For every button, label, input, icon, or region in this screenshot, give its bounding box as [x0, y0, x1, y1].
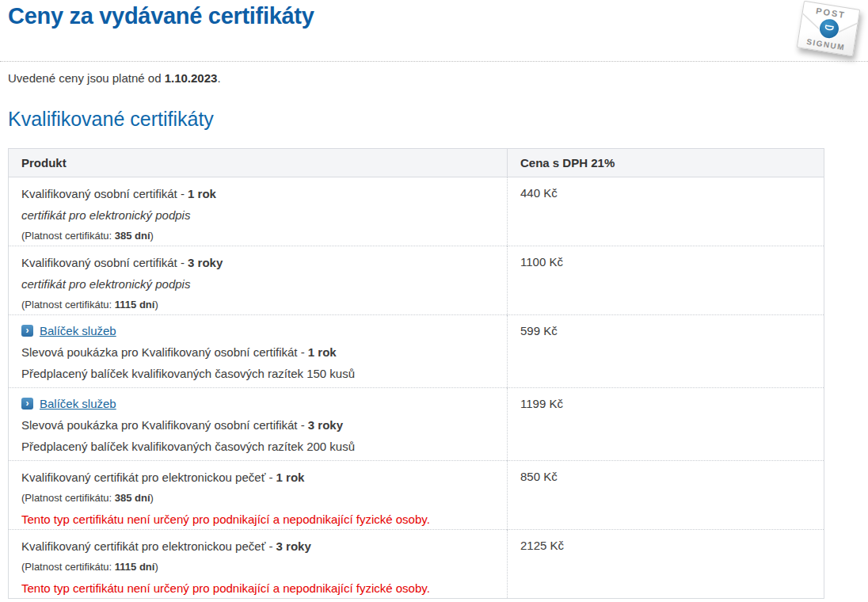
product-name-text: Kvalifikovaný certifikát pro elektronick… [21, 539, 276, 553]
table-row: Kvalifikovaný certifikát pro elektronick… [9, 461, 824, 530]
product-name: Kvalifikovaný certifikát pro elektronick… [21, 539, 494, 554]
validity-prefix: (Platnost certifikátu: [21, 230, 115, 242]
product-cell: Kvalifikovaný osobní certifikát - 3 roky… [9, 246, 508, 315]
product-cell: Kvalifikovaný osobní certifikát - 1 rok … [9, 177, 508, 246]
restriction-note: Tento typ certifikátu není určený pro po… [21, 581, 494, 596]
validity-days: 385 dní [115, 492, 150, 504]
product-desc1: Slevová poukázka pro Kvalifikovaný osobn… [21, 417, 494, 432]
product-desc1: Slevová poukázka pro Kvalifikovaný osobn… [21, 345, 494, 360]
product-duration: 3 roky [276, 539, 311, 553]
page: Ceny za vydávané certifikáty POST SIGNUM… [0, 0, 868, 602]
validity-days: 385 dní [115, 230, 150, 242]
product-cell: Kvalifikovaný certifikát pro elektronick… [9, 530, 508, 599]
page-title: Ceny za vydávané certifikáty [8, 3, 314, 29]
product-desc2: Předplacený balíček kvalifikovaných časo… [21, 439, 494, 454]
desc1-text: Slevová poukázka pro Kvalifikovaný osobn… [21, 345, 308, 359]
package-link[interactable]: Balíček služeb [40, 324, 116, 337]
product-duration: 1 rok [308, 345, 337, 359]
restriction-note: Tento typ certifikátu není určený pro po… [21, 512, 494, 527]
validity-prefix: (Platnost certifikátu: [21, 561, 115, 573]
intro-prefix: Uvedené ceny jsou platné od [8, 71, 165, 85]
validity-prefix: (Platnost certifikátu: [21, 299, 115, 311]
product-cell: › Balíček služeb Slevová poukázka pro Kv… [9, 388, 508, 461]
product-duration: 3 roky [308, 418, 343, 432]
package-link-line: › Balíček služeb [21, 324, 494, 337]
product-validity: (Platnost certifikátu: 385 dní) [21, 229, 494, 242]
validity-prefix: (Platnost certifikátu: [21, 492, 115, 504]
product-duration: 1 rok [276, 471, 305, 484]
table-row: › Balíček služeb Slevová poukázka pro Kv… [9, 315, 824, 388]
table-row: › Balíček služeb Slevová poukázka pro Kv… [9, 388, 824, 461]
product-name: Kvalifikovaný certifikát pro elektronick… [21, 470, 494, 485]
product-name: Kvalifikovaný osobní certifikát - 3 roky [21, 255, 494, 270]
validity-suffix: ) [150, 230, 154, 242]
product-validity: (Platnost certifikátu: 385 dní) [21, 491, 494, 505]
product-name-text: Kvalifikovaný certifikát pro elektronick… [21, 471, 276, 484]
header-divider [0, 61, 868, 62]
validity-suffix: ) [150, 492, 154, 504]
product-validity: (Platnost certifikátu: 1115 dní) [21, 298, 494, 311]
product-subtitle: certifikát pro elektronický podpis [21, 208, 494, 223]
intro-text: Uvedené ceny jsou platné od 1.10.2023. [8, 71, 221, 85]
product-desc2: Předplacený balíček kvalifikovaných časo… [21, 366, 494, 381]
postsignum-logo: POST SIGNUM [797, 1, 860, 57]
price-cell: 440 Kč [508, 177, 824, 246]
price-cell: 1199 Kč [508, 388, 824, 461]
package-link[interactable]: Balíček služeb [40, 397, 116, 410]
section-title: Kvalifikované certifikáty [8, 108, 214, 131]
column-header-product: Produkt [9, 149, 508, 177]
table-header-row: Produkt Cena s DPH 21% [9, 149, 824, 177]
validity-suffix: ) [154, 561, 158, 573]
product-name-text: Kvalifikovaný osobní certifikát - [21, 256, 188, 269]
product-name: Kvalifikovaný osobní certifikát - 1 rok [21, 186, 494, 201]
chevron-right-icon[interactable]: › [21, 398, 33, 410]
envelope-graphic: POST SIGNUM [797, 1, 860, 57]
price-table: Produkt Cena s DPH 21% Kvalifikovaný oso… [8, 148, 824, 599]
table-row: Kvalifikovaný certifikát pro elektronick… [9, 530, 824, 599]
price-cell: 599 Kč [508, 315, 824, 388]
price-cell: 850 Kč [508, 461, 824, 530]
product-cell: › Balíček služeb Slevová poukázka pro Kv… [9, 315, 508, 388]
package-link-line: › Balíček služeb [21, 397, 494, 410]
product-validity: (Platnost certifikátu: 1115 dní) [21, 560, 494, 573]
price-cell: 1100 Kč [508, 246, 824, 315]
product-subtitle: certifikát pro elektronický podpis [21, 276, 494, 291]
product-name-text: Kvalifikovaný osobní certifikát - [21, 187, 188, 200]
validity-days: 1115 dní [115, 561, 155, 573]
table-row: Kvalifikovaný osobní certifikát - 3 roky… [9, 246, 824, 315]
chevron-right-icon[interactable]: › [21, 325, 33, 337]
price-cell: 2125 Kč [508, 530, 824, 599]
column-header-price: Cena s DPH 21% [508, 149, 824, 177]
product-cell: Kvalifikovaný certifikát pro elektronick… [9, 461, 508, 530]
intro-suffix: . [217, 71, 220, 85]
validity-days: 1115 dní [115, 299, 155, 311]
table-row: Kvalifikovaný osobní certifikát - 1 rok … [9, 177, 824, 246]
validity-suffix: ) [154, 299, 158, 311]
intro-date: 1.10.2023 [165, 71, 218, 85]
product-duration: 1 rok [188, 187, 216, 200]
desc1-text: Slevová poukázka pro Kvalifikovaný osobn… [21, 418, 308, 432]
product-duration: 3 roky [188, 256, 223, 269]
